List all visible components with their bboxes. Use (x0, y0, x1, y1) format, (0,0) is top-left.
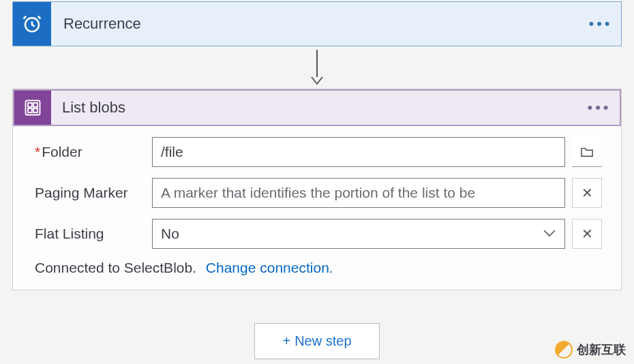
action-form: *Folder /file Paging Marker A marker tha… (13, 126, 621, 290)
change-connection-link[interactable]: Change connection. (206, 260, 333, 275)
paging-marker-clear-button[interactable]: ✕ (572, 178, 602, 208)
flow-connector (12, 46, 622, 89)
folder-input[interactable]: /file (152, 137, 565, 167)
trigger-card[interactable]: Recurrence ••• (12, 1, 622, 46)
svg-rect-5 (28, 108, 32, 112)
paging-marker-label: Paging Marker (35, 185, 152, 201)
folder-picker-button[interactable] (572, 137, 602, 167)
flat-listing-clear-button[interactable]: ✕ (572, 219, 602, 249)
svg-rect-4 (33, 103, 37, 107)
blob-storage-icon (14, 91, 51, 125)
paging-marker-row: Paging Marker A marker that identifies t… (35, 178, 602, 208)
folder-label: *Folder (35, 144, 152, 160)
watermark-text: 创新互联 (577, 342, 626, 358)
svg-rect-3 (28, 103, 32, 107)
action-menu-button[interactable]: ••• (579, 91, 620, 125)
trigger-title: Recurrence (51, 2, 580, 46)
chevron-down-icon (543, 228, 556, 240)
connection-status: Connected to SelectBlob. Change connecti… (35, 260, 602, 276)
svg-rect-6 (33, 108, 37, 112)
folder-row: *Folder /file (35, 137, 602, 167)
action-header[interactable]: List blobs ••• (13, 89, 621, 126)
trigger-menu-button[interactable]: ••• (580, 2, 621, 46)
new-step-container: +New step (12, 323, 622, 359)
flat-listing-label: Flat Listing (35, 226, 152, 242)
watermark-logo-icon (555, 341, 573, 359)
watermark: 创新互联 (555, 341, 626, 359)
new-step-button[interactable]: +New step (254, 323, 379, 359)
flat-listing-select[interactable]: No (152, 219, 565, 249)
paging-marker-input[interactable]: A marker that identifies the portion of … (152, 178, 565, 208)
plus-icon: + (282, 333, 290, 348)
action-title: List blobs (51, 91, 579, 125)
action-card: List blobs ••• *Folder /file Paging Mar (12, 89, 622, 290)
flat-listing-row: Flat Listing No ✕ (35, 219, 602, 249)
clock-alarm-icon (13, 2, 51, 46)
